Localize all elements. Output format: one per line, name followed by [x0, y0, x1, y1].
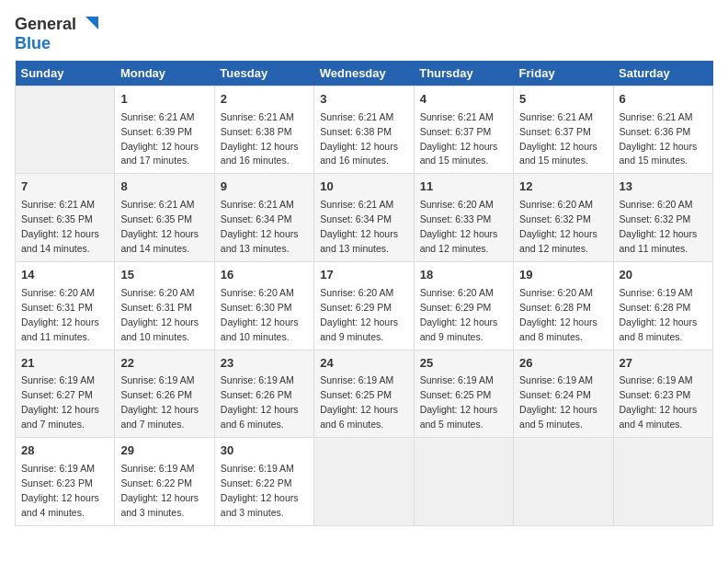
- day-info: Sunrise: 6:20 AMSunset: 6:29 PMDaylight:…: [420, 287, 498, 342]
- calendar-cell: [613, 438, 712, 526]
- day-info: Sunrise: 6:20 AMSunset: 6:31 PMDaylight:…: [120, 287, 199, 342]
- svg-marker-0: [85, 17, 98, 29]
- header-saturday: Saturday: [613, 61, 712, 86]
- day-number: 17: [320, 267, 407, 284]
- header-sunday: Sunday: [16, 61, 115, 86]
- day-info: Sunrise: 6:19 AMSunset: 6:22 PMDaylight:…: [221, 463, 299, 518]
- calendar-cell: 14Sunrise: 6:20 AMSunset: 6:31 PMDayligh…: [16, 261, 115, 350]
- page-header: General Blue: [15, 15, 713, 53]
- day-info: Sunrise: 6:21 AMSunset: 6:36 PMDaylight:…: [620, 111, 698, 167]
- day-number: 3: [320, 91, 407, 109]
- day-number: 29: [120, 442, 208, 460]
- day-info: Sunrise: 6:19 AMSunset: 6:23 PMDaylight:…: [21, 463, 99, 518]
- day-number: 22: [120, 355, 208, 373]
- calendar-cell: 9Sunrise: 6:21 AMSunset: 6:34 PMDaylight…: [214, 174, 313, 262]
- logo-text: General Blue: [15, 15, 98, 53]
- day-number: 24: [320, 355, 407, 373]
- day-info: Sunrise: 6:21 AMSunset: 6:39 PMDaylight:…: [120, 111, 199, 167]
- day-info: Sunrise: 6:20 AMSunset: 6:33 PMDaylight:…: [420, 199, 498, 254]
- day-number: 21: [21, 355, 108, 373]
- day-info: Sunrise: 6:19 AMSunset: 6:24 PMDaylight:…: [519, 374, 597, 430]
- day-info: Sunrise: 6:21 AMSunset: 6:37 PMDaylight:…: [420, 111, 498, 167]
- calendar-cell: 16Sunrise: 6:20 AMSunset: 6:30 PMDayligh…: [214, 261, 313, 350]
- day-number: 18: [420, 267, 507, 284]
- calendar-cell: [414, 438, 513, 526]
- day-number: 12: [519, 178, 607, 196]
- day-number: 4: [420, 91, 507, 109]
- calendar-cell: 17Sunrise: 6:20 AMSunset: 6:29 PMDayligh…: [314, 261, 414, 350]
- header-thursday: Thursday: [414, 61, 513, 86]
- day-info: Sunrise: 6:20 AMSunset: 6:31 PMDaylight:…: [21, 287, 99, 342]
- day-info: Sunrise: 6:21 AMSunset: 6:35 PMDaylight:…: [120, 199, 199, 254]
- day-info: Sunrise: 6:19 AMSunset: 6:25 PMDaylight:…: [420, 374, 498, 430]
- calendar-cell: [514, 438, 613, 526]
- calendar-cell: 19Sunrise: 6:20 AMSunset: 6:28 PMDayligh…: [514, 261, 613, 350]
- day-info: Sunrise: 6:19 AMSunset: 6:28 PMDaylight:…: [620, 287, 698, 342]
- day-number: 1: [120, 91, 208, 109]
- day-info: Sunrise: 6:19 AMSunset: 6:26 PMDaylight:…: [120, 374, 199, 430]
- calendar-cell: 3Sunrise: 6:21 AMSunset: 6:38 PMDaylight…: [314, 86, 414, 174]
- calendar-cell: 1Sunrise: 6:21 AMSunset: 6:39 PMDaylight…: [115, 86, 214, 174]
- day-number: 13: [620, 178, 707, 196]
- calendar-cell: 22Sunrise: 6:19 AMSunset: 6:26 PMDayligh…: [115, 350, 214, 438]
- calendar-cell: [314, 438, 414, 526]
- calendar-cell: 24Sunrise: 6:19 AMSunset: 6:25 PMDayligh…: [314, 350, 414, 438]
- calendar-cell: 5Sunrise: 6:21 AMSunset: 6:37 PMDaylight…: [514, 86, 613, 174]
- calendar-cell: 20Sunrise: 6:19 AMSunset: 6:28 PMDayligh…: [613, 261, 712, 350]
- day-info: Sunrise: 6:20 AMSunset: 6:30 PMDaylight:…: [221, 287, 299, 342]
- day-info: Sunrise: 6:19 AMSunset: 6:27 PMDaylight:…: [21, 374, 99, 430]
- calendar-cell: 29Sunrise: 6:19 AMSunset: 6:22 PMDayligh…: [115, 438, 214, 526]
- day-number: 27: [620, 355, 707, 373]
- day-number: 7: [21, 178, 108, 196]
- calendar-cell: 26Sunrise: 6:19 AMSunset: 6:24 PMDayligh…: [514, 350, 613, 438]
- day-number: 30: [221, 442, 308, 460]
- day-number: 2: [221, 91, 308, 109]
- day-number: 15: [120, 267, 208, 284]
- day-number: 16: [221, 267, 308, 284]
- day-number: 26: [519, 355, 607, 373]
- calendar-cell: 15Sunrise: 6:20 AMSunset: 6:31 PMDayligh…: [115, 261, 214, 350]
- calendar-cell: 11Sunrise: 6:20 AMSunset: 6:33 PMDayligh…: [414, 174, 513, 262]
- calendar-cell: 7Sunrise: 6:21 AMSunset: 6:35 PMDaylight…: [16, 174, 115, 262]
- calendar-cell: 21Sunrise: 6:19 AMSunset: 6:27 PMDayligh…: [16, 350, 115, 438]
- day-number: 28: [21, 442, 108, 460]
- day-number: 23: [221, 355, 308, 373]
- calendar-cell: 6Sunrise: 6:21 AMSunset: 6:36 PMDaylight…: [613, 86, 712, 174]
- day-info: Sunrise: 6:19 AMSunset: 6:22 PMDaylight:…: [120, 463, 199, 518]
- day-info: Sunrise: 6:21 AMSunset: 6:38 PMDaylight:…: [221, 111, 299, 167]
- day-number: 14: [21, 267, 108, 284]
- day-number: 25: [420, 355, 507, 373]
- day-info: Sunrise: 6:21 AMSunset: 6:35 PMDaylight:…: [21, 199, 99, 254]
- day-number: 6: [620, 91, 707, 109]
- day-info: Sunrise: 6:20 AMSunset: 6:32 PMDaylight:…: [620, 199, 698, 254]
- header-tuesday: Tuesday: [214, 61, 313, 86]
- day-number: 19: [519, 267, 607, 284]
- day-number: 20: [620, 267, 707, 284]
- header-monday: Monday: [115, 61, 214, 86]
- calendar-cell: 27Sunrise: 6:19 AMSunset: 6:23 PMDayligh…: [613, 350, 712, 438]
- day-info: Sunrise: 6:21 AMSunset: 6:34 PMDaylight:…: [221, 199, 299, 254]
- day-info: Sunrise: 6:21 AMSunset: 6:34 PMDaylight:…: [320, 199, 398, 254]
- calendar-cell: 28Sunrise: 6:19 AMSunset: 6:23 PMDayligh…: [16, 438, 115, 526]
- day-number: 10: [320, 178, 407, 196]
- day-info: Sunrise: 6:20 AMSunset: 6:32 PMDaylight:…: [519, 199, 597, 254]
- calendar-cell: 13Sunrise: 6:20 AMSunset: 6:32 PMDayligh…: [613, 174, 712, 262]
- day-info: Sunrise: 6:19 AMSunset: 6:26 PMDaylight:…: [221, 374, 299, 430]
- calendar-cell: 12Sunrise: 6:20 AMSunset: 6:32 PMDayligh…: [514, 174, 613, 262]
- header-wednesday: Wednesday: [314, 61, 414, 86]
- calendar-cell: 25Sunrise: 6:19 AMSunset: 6:25 PMDayligh…: [414, 350, 513, 438]
- day-number: 8: [120, 178, 208, 196]
- calendar-cell: 2Sunrise: 6:21 AMSunset: 6:38 PMDaylight…: [214, 86, 313, 174]
- day-info: Sunrise: 6:21 AMSunset: 6:37 PMDaylight:…: [519, 111, 597, 167]
- day-info: Sunrise: 6:21 AMSunset: 6:38 PMDaylight:…: [320, 111, 398, 167]
- calendar-table: SundayMondayTuesdayWednesdayThursdayFrid…: [15, 61, 713, 526]
- calendar-cell: 23Sunrise: 6:19 AMSunset: 6:26 PMDayligh…: [214, 350, 313, 438]
- calendar-cell: 30Sunrise: 6:19 AMSunset: 6:22 PMDayligh…: [214, 438, 313, 526]
- day-number: 11: [420, 178, 507, 196]
- calendar-cell: [16, 86, 115, 174]
- calendar-cell: 4Sunrise: 6:21 AMSunset: 6:37 PMDaylight…: [414, 86, 513, 174]
- calendar-cell: 8Sunrise: 6:21 AMSunset: 6:35 PMDaylight…: [115, 174, 214, 262]
- logo: General Blue: [15, 15, 98, 53]
- header-friday: Friday: [514, 61, 613, 86]
- day-info: Sunrise: 6:20 AMSunset: 6:28 PMDaylight:…: [519, 287, 597, 342]
